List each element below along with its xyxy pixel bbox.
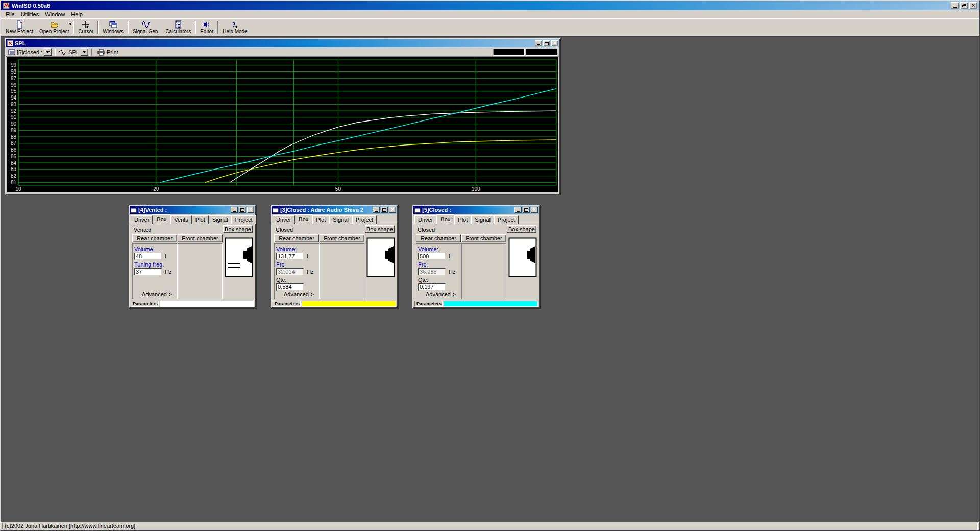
rear-chamber-tab[interactable]: Rear chamber xyxy=(416,234,461,242)
advanced-link[interactable]: Advanced-> xyxy=(284,291,314,297)
box-shape-preview xyxy=(225,237,253,278)
tab-plot[interactable]: Plot xyxy=(454,215,471,224)
front-chamber-tab[interactable]: Front chamber xyxy=(178,234,223,242)
tab-driver[interactable]: Driver xyxy=(273,215,295,224)
print-button[interactable]: Print xyxy=(95,48,120,56)
param-tab-strip: DriverBoxPlotSignalProject xyxy=(272,214,397,224)
box-type-label: Closed xyxy=(418,227,435,233)
minimize-button[interactable] xyxy=(231,207,238,213)
menu-window[interactable]: Window xyxy=(42,11,68,18)
svg-text:90: 90 xyxy=(11,121,17,127)
spl-maximize-button[interactable] xyxy=(543,40,550,46)
chamber-fields-panel: Volume:131,77lFrc:32,014HzQtc:0,584Advan… xyxy=(274,243,320,299)
toolbar-button-calculators[interactable]: Calculators xyxy=(162,19,194,35)
toolbar-button-editor[interactable]: Editor xyxy=(197,19,216,35)
field-input-qtc[interactable]: 0,584 xyxy=(276,283,304,291)
app-restore-button[interactable] xyxy=(960,2,968,9)
tab-signal[interactable]: Signal xyxy=(329,215,352,224)
app-close-button[interactable]: × xyxy=(969,2,977,9)
toolbar-button-signal-gen[interactable]: Signal Gen. xyxy=(130,19,162,35)
app-titlebar[interactable]: WinISD 0.50a6 × xyxy=(1,1,979,10)
field-input-volume[interactable]: 500 xyxy=(418,253,446,260)
parameters-label: Parameters xyxy=(131,301,159,307)
close-button[interactable]: × xyxy=(247,207,254,213)
tab-signal[interactable]: Signal xyxy=(471,215,494,224)
advanced-link[interactable]: Advanced-> xyxy=(142,291,172,297)
minimize-button[interactable] xyxy=(514,207,522,213)
field-unit: l xyxy=(449,253,450,259)
menu-utilities[interactable]: Utilities xyxy=(18,11,42,18)
tab-project[interactable]: Project xyxy=(494,215,519,224)
toolbar-button-windows[interactable]: Windows xyxy=(100,19,127,35)
tab-project[interactable]: Project xyxy=(231,215,256,224)
param-window-titlebar[interactable]: [5]Closed :× xyxy=(413,206,539,214)
maximize-button[interactable] xyxy=(523,207,530,213)
help-icon: ? xyxy=(231,20,239,29)
field-input-volume[interactable]: 48 xyxy=(134,253,162,260)
menu-file[interactable]: File xyxy=(3,11,18,18)
parameters-label: Parameters xyxy=(273,301,301,307)
box-shape-button[interactable]: Box shape xyxy=(365,225,395,233)
spl-chart[interactable]: 8182838485868788899091929394959697989910… xyxy=(7,57,558,192)
tab-box[interactable]: Box xyxy=(436,214,454,224)
toolbar-button-help-mode[interactable]: ?Help Mode xyxy=(219,19,250,35)
advanced-link[interactable]: Advanced-> xyxy=(426,291,456,297)
box-tab-panel: ClosedBox shapeRear chamberFront chamber… xyxy=(272,224,397,300)
project-selector-dropdown[interactable] xyxy=(44,48,52,56)
param-window: [4]Vented :×DriverBoxVentsPlotSignalProj… xyxy=(129,205,256,308)
tab-plot[interactable]: Plot xyxy=(192,215,209,224)
toolbar-button-cursor[interactable]: Cursor xyxy=(75,19,96,35)
svg-text:84: 84 xyxy=(11,160,17,166)
box-shape-button[interactable]: Box shape xyxy=(223,225,253,233)
status-text: (c)2002 Juha Hartikainen [http://www.lin… xyxy=(5,523,135,529)
field-input-qtc[interactable]: 0,197 xyxy=(418,283,446,291)
project-list-icon xyxy=(8,49,15,56)
front-chamber-tab[interactable]: Front chamber xyxy=(461,234,506,242)
close-button[interactable]: × xyxy=(531,207,538,213)
tab-box[interactable]: Box xyxy=(153,214,170,224)
box-shape-button[interactable]: Box shape xyxy=(507,225,536,233)
menu-help[interactable]: Help xyxy=(68,11,86,18)
spl-minimize-button[interactable] xyxy=(535,40,542,46)
field-unit: Hz xyxy=(307,269,313,275)
tab-project[interactable]: Project xyxy=(352,215,377,224)
spl-titlebar[interactable]: SPL × xyxy=(6,39,559,47)
svg-text:?: ? xyxy=(232,20,236,28)
tab-driver[interactable]: Driver xyxy=(131,215,153,224)
plot-type-dropdown[interactable] xyxy=(81,48,88,56)
param-window-titlebar[interactable]: [4]Vented :× xyxy=(130,206,255,214)
window-icon xyxy=(273,207,279,213)
field-label-qtc: Qtc: xyxy=(276,277,317,283)
toolbar-button-open-project[interactable]: Open Project xyxy=(36,19,72,35)
param-window-titlebar[interactable]: [3]Closed : Adire Audio Shiva 2× xyxy=(272,206,397,214)
tab-driver[interactable]: Driver xyxy=(414,215,436,224)
tab-box[interactable]: Box xyxy=(295,214,312,224)
field-input-volume[interactable]: 131,77 xyxy=(276,253,304,260)
minimize-button[interactable] xyxy=(373,207,380,213)
minimize-icon xyxy=(953,7,957,8)
plot-type-selector[interactable]: SPL xyxy=(58,48,89,56)
tab-plot[interactable]: Plot xyxy=(312,215,329,224)
tab-vents[interactable]: Vents xyxy=(170,215,192,224)
field-label-frc: Frc: xyxy=(418,261,459,268)
tab-signal[interactable]: Signal xyxy=(209,215,232,224)
field-label-tuningfreq: Tuning freq. xyxy=(134,261,176,268)
chevron-down-icon xyxy=(83,51,86,55)
rear-chamber-tab[interactable]: Rear chamber xyxy=(132,234,177,242)
maximize-button[interactable] xyxy=(239,207,246,213)
front-chamber-tab[interactable]: Front chamber xyxy=(320,234,364,242)
spl-close-button[interactable]: × xyxy=(551,40,558,46)
app-minimize-button[interactable] xyxy=(951,2,959,9)
svg-text:92: 92 xyxy=(11,108,17,114)
rear-chamber-tab[interactable]: Rear chamber xyxy=(274,234,319,242)
svg-text:86: 86 xyxy=(11,147,17,153)
field-input-tuningfreq[interactable]: 37 xyxy=(134,268,162,275)
close-button[interactable]: × xyxy=(389,207,396,213)
svg-text:98: 98 xyxy=(11,69,17,75)
dropdown-arrow-icon[interactable] xyxy=(69,23,72,27)
maximize-button[interactable] xyxy=(381,207,388,213)
toolbar-button-new-project[interactable]: New Project xyxy=(3,19,36,35)
project-selector[interactable]: [5]closed : xyxy=(8,48,52,56)
svg-text:20: 20 xyxy=(153,186,159,192)
cursor-icon xyxy=(82,20,90,29)
